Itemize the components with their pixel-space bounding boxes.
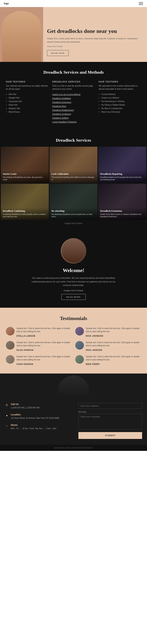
read-more-button[interactable]: READ MORE [61, 294, 86, 300]
gallery-overlay-4: Dreadlock Combining Combining dreadlocks… [1, 208, 49, 220]
welcome-body: Our salon is welcoming and comfortable. … [28, 276, 118, 287]
testimonial-item-4: Sample text. Click to select the text bo… [75, 341, 141, 352]
list-item: No Wax or Locking Gels [101, 107, 141, 110]
message-input[interactable] [78, 414, 142, 429]
col-hair-textures-1: HAIR TEXTURES Our methods and experience… [6, 81, 48, 124]
testimonial-item-5: Sample text. Click to select the text bo… [6, 355, 72, 366]
gallery-item-4: Dreadlock Combining Combining dreadlocks… [1, 184, 49, 220]
services-methods-section: Dreadlock Services and Methods HAIR TEXT… [0, 62, 147, 132]
service-link[interactable]: Dreadlock Reattachment [52, 108, 95, 112]
list-item: Afro Hair [8, 93, 48, 96]
gallery-desc-4: Combining dreadlocks is when people want… [3, 213, 47, 218]
hours-label: Hours [11, 424, 56, 426]
clock-icon: ○ [5, 424, 9, 428]
contact-hours: ○ Hours Mon - Fri ..... 10 am - 8 pm, Sa… [5, 424, 68, 430]
testimonials-section: Testimonials Sample text. Click to selec… [0, 308, 147, 374]
gallery-title-5: Re-attaching [52, 210, 96, 212]
gallery-overlay-6: Dreadlock Extensions Install: if you hav… [98, 208, 146, 220]
gallery-desc-3: Dreadlock repairs are for people who hav… [100, 176, 144, 181]
testimonial-content-6: Sample text. Click to select the text bo… [86, 355, 141, 366]
service-link[interactable]: Instant Locs via Crochet Method [52, 93, 95, 96]
gallery-desc-1: The starting of dreadlocks you have, als… [3, 176, 47, 181]
gallery-item-2: Lock Cultivation The process of working … [50, 147, 98, 183]
list-item: Hispanic Hair [8, 107, 48, 110]
list-item: Straight Hair [8, 96, 48, 100]
col2-desc: Click on a link to view the specific ser… [52, 84, 95, 91]
list-item: No String or Rubber Bands [101, 103, 141, 107]
testimonial-text-6: Sample text. Click to select the text bo… [86, 355, 141, 361]
footer: ✆ Call Us 1.(234) 567-891, 1.(234) 987-6… [0, 397, 147, 451]
service-link[interactable]: Dreadlock Splitting [52, 116, 95, 120]
call-label: Call Us [11, 403, 40, 406]
gallery-title-1: Starter Locks [3, 172, 47, 176]
testimonial-content-5: Sample text. Click to select the text bo… [16, 355, 72, 366]
menu-icon[interactable] [139, 2, 143, 5]
testimonial-content-2: Sample text. Click to select the text bo… [86, 327, 141, 338]
hero-image [0, 7, 43, 62]
contact-call: ✆ Call Us 1.(234) 567-891, 1.(234) 987-6… [5, 403, 68, 409]
avatar-olga [6, 341, 14, 350]
testimonial-name-4: PAUL HUDSON [86, 349, 102, 351]
service-link[interactable]: Dreadlock Extensions [52, 100, 95, 104]
list-item: No Interlocking or Twisting [101, 100, 141, 103]
testimonial-item-1: Sample text. Click to select the text bo… [6, 327, 72, 338]
testimonial-content-4: Sample text. Click to select the text bo… [86, 341, 141, 352]
service-link[interactable]: Dreadlock Reoc [52, 104, 95, 108]
col-hair-textures-2: HAIR TEXTURES We specialize in the croch… [98, 81, 141, 124]
service-link[interactable]: Loose Dreadlock Tightening [52, 120, 95, 124]
testimonial-item-2: Sample text. Click to select the text bo… [75, 327, 141, 338]
gallery-heading: Dreadlock Services [0, 132, 147, 147]
phone-icon: ✆ [5, 403, 9, 407]
contact-location-content: Location 121 Rock Street, 21 Avenue, New… [11, 413, 60, 420]
col3-desc: We specialize in the crochet method whic… [98, 84, 141, 91]
col3-list: Crochet Method Instant Locs Method No In… [98, 93, 141, 114]
contact-location: ● Location 121 Rock Street, 21 Avenue, N… [5, 413, 68, 420]
testimonial-name-5: CASH HUDSON [16, 363, 33, 365]
hero-person-figure [2, 11, 41, 62]
gallery-overlay-5: Re-attaching Re-attaching dreadlocks are… [50, 208, 98, 220]
footer-grid: ✆ Call Us 1.(234) 567-891, 1.(234) 987-6… [0, 397, 147, 445]
footer-bottom-text: Sample text. Click to select the Text El… [6, 447, 141, 449]
book-now-button[interactable]: BOOK NOW [47, 50, 68, 56]
avatar-nick [75, 327, 84, 336]
location-icon: ● [5, 414, 9, 418]
gallery-item-3: Dreadlocks Repairing Dreadlock repairs a… [98, 147, 146, 183]
gallery-overlay-2: Lock Cultivation The process of working … [50, 170, 98, 183]
services-grid: HAIR TEXTURES Our methods and experience… [6, 81, 141, 124]
gallery-overlay-1: Starter Locks The starting of dreadlocks… [1, 170, 49, 183]
col2-heading: DREADLOCK SERVICES [52, 81, 95, 83]
email-input[interactable] [78, 403, 142, 409]
gallery-title-2: Lock Cultivation [52, 172, 96, 176]
gallery-credit: Images from Freepix [0, 222, 147, 224]
testimonial-name-6: MIKE PERRY [86, 363, 100, 365]
gallery-grid: Starter Locks The starting of dreadlocks… [0, 147, 147, 220]
col3-heading: HAIR TEXTURES [98, 81, 141, 83]
welcome-section: Welcome! Our salon is welcoming and comf… [0, 230, 147, 308]
submit-button[interactable]: SUBMIT [78, 432, 142, 439]
location-value: 121 Rock Street, 21 Avenue, New York, NY… [11, 416, 60, 420]
gallery-item-6: Dreadlock Extensions Install: if you hav… [98, 184, 146, 220]
call-value: 1.(234) 567-891, 1.(234) 987-654 [11, 406, 40, 409]
testimonial-item-3: Sample text. Click to select the text bo… [6, 341, 72, 352]
message-label: Message [78, 411, 142, 413]
gallery-title-4: Dreadlock Combining [3, 210, 47, 212]
testimonial-text-2: Sample text. Click to select the text bo… [86, 327, 141, 333]
gallery-title-6: Dreadlock Extensions [100, 210, 144, 212]
testimonial-name-1: STELLA LARSON [16, 335, 36, 337]
header: logo [0, 0, 147, 7]
hero-subtitle: Simple Text. Lorem ipsum dolor sit amet,… [47, 37, 141, 44]
location-label: Location [11, 413, 60, 416]
footer-contact: ✆ Call Us 1.(234) 567-891, 1.(234) 987-6… [0, 397, 74, 445]
gallery-item-5: Re-attaching Re-attaching dreadlocks are… [50, 184, 98, 220]
col1-list: Afro Hair Straight Hair Caucasian Hair A… [6, 93, 48, 114]
service-link[interactable]: Dreadlock Installation [52, 96, 95, 100]
hero-section: Get dreadlocks done near you Simple Text… [0, 7, 147, 62]
contact-call-content: Call Us 1.(234) 567-891, 1.(234) 987-654 [11, 403, 40, 409]
hero-content: Get dreadlocks done near you Simple Text… [43, 22, 147, 62]
avatar-paul [75, 341, 84, 350]
footer-form: Message SUBMIT [74, 397, 147, 445]
service-link[interactable]: Dreadlock Combining [52, 112, 95, 116]
list-item: Asian Hair [8, 103, 48, 107]
contact-hours-content: Hours Mon - Fri ..... 10 am - 8 pm, Sat,… [11, 424, 56, 430]
testimonial-text-3: Sample text. Click to select the text bo… [16, 341, 72, 347]
